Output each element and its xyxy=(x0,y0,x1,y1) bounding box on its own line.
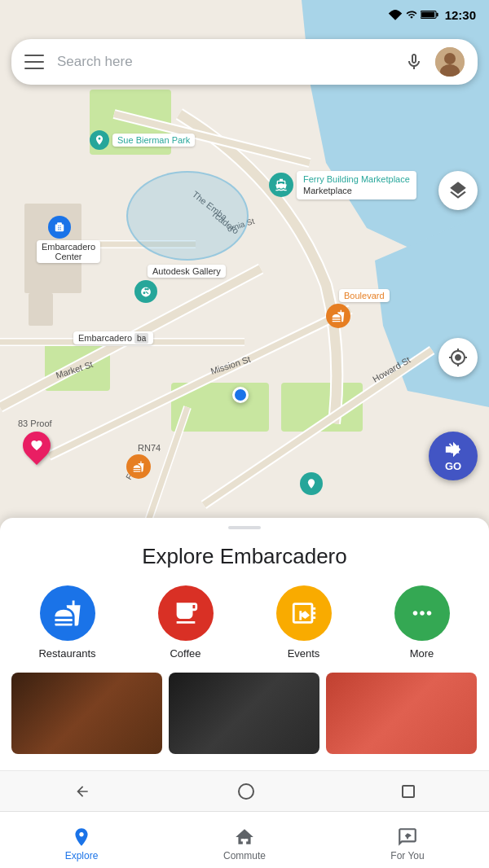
restaurants-icon-circle xyxy=(40,585,95,641)
search-input[interactable]: Search here xyxy=(57,54,394,70)
bottom-nav: Explore Commute For You xyxy=(0,811,489,868)
nav-explore[interactable]: Explore xyxy=(0,819,163,861)
events-label: Events xyxy=(288,647,320,660)
autodesk-gallery-pin[interactable]: Autodesk Gallery xyxy=(134,265,226,303)
category-coffee[interactable]: Coffee xyxy=(153,585,218,660)
events-icon-circle xyxy=(276,585,332,641)
embarcadero-center-pin[interactable]: EmbarcaderoCenter xyxy=(37,216,100,263)
for-you-nav-icon xyxy=(396,826,419,848)
category-events[interactable]: Events xyxy=(271,585,337,660)
battery-icon xyxy=(421,10,438,20)
category-restaurants[interactable]: Restaurants xyxy=(35,585,100,660)
categories-row: Restaurants Coffee Events xyxy=(0,569,489,660)
photo-thumb-1[interactable] xyxy=(11,673,162,754)
photo-thumb-2[interactable] xyxy=(169,673,319,754)
menu-button[interactable] xyxy=(24,55,44,69)
svg-rect-40 xyxy=(245,839,248,841)
embarcadero-transit-pin[interactable]: Embarcadero ba xyxy=(73,330,153,347)
commute-nav-label: Commute xyxy=(223,850,266,861)
explore-title: Explore Embarcadero xyxy=(0,544,489,569)
svg-point-36 xyxy=(444,53,456,64)
current-location-dot xyxy=(232,387,249,403)
svg-rect-24 xyxy=(29,293,53,326)
avatar[interactable] xyxy=(435,47,465,77)
explore-nav-label: Explore xyxy=(65,850,99,861)
ferry-building-pin[interactable]: Ferry Building Marketplace Marketplace xyxy=(269,171,416,199)
more-label: More xyxy=(410,647,434,660)
embarcadero-highlight-area xyxy=(126,171,249,261)
search-bar[interactable]: Search here xyxy=(11,39,478,85)
coffee-label: Coffee xyxy=(170,647,200,660)
go-button[interactable]: GO xyxy=(429,432,478,480)
boulevard-pin[interactable]: Boulevard xyxy=(326,289,390,328)
nav-for-you[interactable]: For You xyxy=(326,819,489,861)
nav-commute[interactable]: Commute xyxy=(163,819,326,861)
svg-rect-39 xyxy=(241,839,244,841)
category-more[interactable]: More xyxy=(390,585,455,660)
rn74-pin[interactable]: RN74 xyxy=(126,440,161,479)
photo-thumb-3[interactable] xyxy=(326,673,477,754)
83proof-pin[interactable]: 83 Proof xyxy=(18,415,52,459)
restaurants-label: Restaurants xyxy=(38,647,95,660)
signal-icon xyxy=(406,9,417,20)
status-bar: 12:30 xyxy=(0,0,489,29)
wifi-icon xyxy=(388,9,403,20)
mic-button[interactable] xyxy=(401,49,427,75)
coffee-icon-circle xyxy=(158,585,214,641)
back-button[interactable] xyxy=(74,783,90,800)
svg-marker-38 xyxy=(446,441,460,456)
status-time: 12:30 xyxy=(445,8,476,22)
photo-row xyxy=(0,660,489,754)
android-nav xyxy=(0,770,489,811)
for-you-nav-label: For You xyxy=(390,850,424,861)
blue-teal-pin[interactable] xyxy=(300,472,323,495)
status-icons xyxy=(388,9,438,20)
svg-rect-34 xyxy=(421,12,434,18)
home-button[interactable] xyxy=(238,783,254,800)
my-location-button[interactable] xyxy=(438,338,478,377)
sue-bierman-park-pin[interactable]: Sue Bierman Park xyxy=(90,130,195,150)
layers-button[interactable] xyxy=(438,171,478,210)
sheet-handle xyxy=(228,526,261,529)
commute-nav-icon xyxy=(233,826,256,848)
go-button-label: GO xyxy=(445,460,461,472)
svg-rect-33 xyxy=(436,13,438,16)
explore-nav-icon xyxy=(70,826,93,848)
recents-button[interactable] xyxy=(402,785,415,798)
more-icon-circle xyxy=(394,585,450,641)
